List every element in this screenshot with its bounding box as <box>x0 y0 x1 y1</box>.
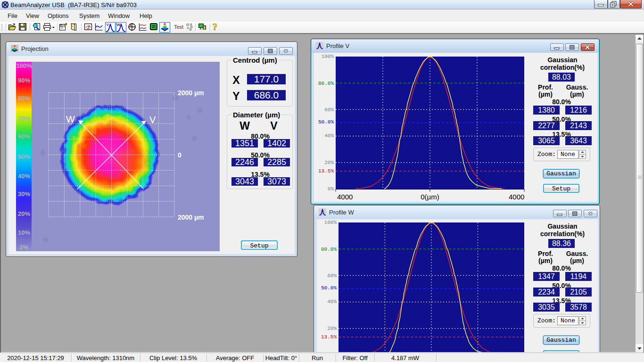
svg-text:100%: 100% <box>16 62 32 69</box>
svg-text:10%: 10% <box>18 229 30 236</box>
svg-text:70%: 70% <box>18 115 30 122</box>
svg-text:90%: 90% <box>18 77 30 84</box>
svg-text:80%: 80% <box>18 95 30 102</box>
svg-text:2000 µm: 2000 µm <box>178 214 204 221</box>
svg-text:V: V <box>149 115 156 125</box>
svg-text:2000 µm: 2000 µm <box>178 89 204 97</box>
svg-text:40%: 40% <box>18 173 30 180</box>
svg-text:W: W <box>66 114 75 124</box>
svg-text:30%: 30% <box>18 190 30 197</box>
svg-text:W: W <box>117 23 121 27</box>
svg-text:?: ? <box>213 22 217 32</box>
svg-text:50%: 50% <box>18 153 30 160</box>
svg-text:2%: 2% <box>20 244 29 251</box>
svg-text:20%: 20% <box>18 210 30 217</box>
svg-text:0: 0 <box>178 151 182 159</box>
svg-text:Test: Test <box>174 24 183 30</box>
svg-text:V: V <box>107 23 109 27</box>
svg-text:60%: 60% <box>18 133 30 140</box>
